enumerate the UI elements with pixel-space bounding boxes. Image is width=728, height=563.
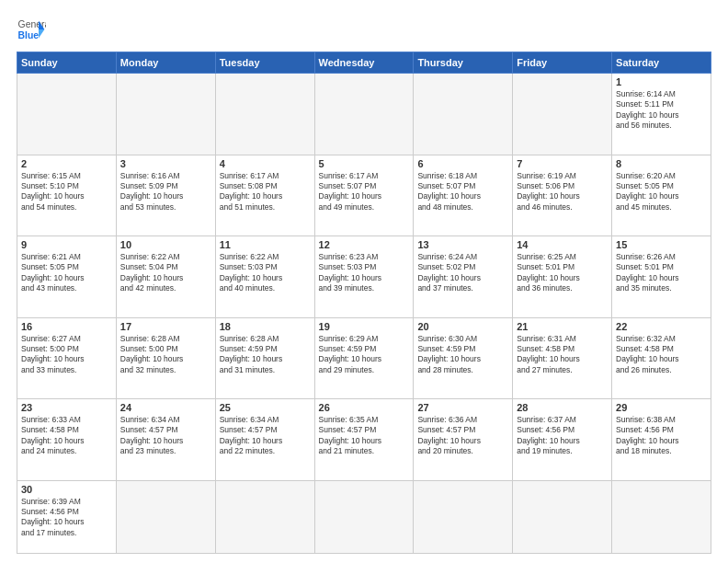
cell-info: Sunrise: 6:22 AM Sunset: 5:04 PM Dayligh… xyxy=(120,252,211,294)
day-number: 16 xyxy=(21,321,112,332)
day-number: 18 xyxy=(220,321,311,332)
cell-info: Sunrise: 6:35 AM Sunset: 4:57 PM Dayligh… xyxy=(319,415,410,457)
day-number: 9 xyxy=(21,239,112,250)
logo: General Blue xyxy=(17,15,46,44)
day-number: 1 xyxy=(616,76,707,87)
cell-info: Sunrise: 6:31 AM Sunset: 4:58 PM Dayligh… xyxy=(517,334,608,376)
day-number: 24 xyxy=(120,402,211,413)
weekday-header-friday: Friday xyxy=(513,52,612,74)
calendar-cell xyxy=(513,480,612,554)
cell-info: Sunrise: 6:38 AM Sunset: 4:56 PM Dayligh… xyxy=(616,415,707,457)
weekday-header-tuesday: Tuesday xyxy=(215,52,314,74)
calendar-cell: 1Sunrise: 6:14 AM Sunset: 5:11 PM Daylig… xyxy=(612,74,711,155)
calendar-cell xyxy=(314,480,414,554)
day-number: 12 xyxy=(319,239,410,250)
day-number: 29 xyxy=(616,402,707,413)
calendar-cell: 26Sunrise: 6:35 AM Sunset: 4:57 PM Dayli… xyxy=(314,399,414,481)
day-number: 22 xyxy=(616,321,707,332)
calendar-cell xyxy=(116,480,215,554)
day-number: 15 xyxy=(616,239,707,250)
day-number: 20 xyxy=(417,321,508,332)
calendar-cell: 8Sunrise: 6:20 AM Sunset: 5:05 PM Daylig… xyxy=(612,155,711,236)
calendar-cell xyxy=(17,74,117,155)
day-number: 23 xyxy=(21,402,112,413)
cell-info: Sunrise: 6:26 AM Sunset: 5:01 PM Dayligh… xyxy=(616,252,707,294)
cell-info: Sunrise: 6:34 AM Sunset: 4:57 PM Dayligh… xyxy=(220,415,311,457)
day-number: 3 xyxy=(120,158,211,169)
calendar-cell: 13Sunrise: 6:24 AM Sunset: 5:02 PM Dayli… xyxy=(414,236,513,318)
day-number: 30 xyxy=(21,484,112,495)
day-number: 14 xyxy=(517,239,608,250)
calendar-cell: 11Sunrise: 6:22 AM Sunset: 5:03 PM Dayli… xyxy=(215,236,314,318)
calendar-row-1: 2Sunrise: 6:15 AM Sunset: 5:10 PM Daylig… xyxy=(17,155,711,236)
cell-info: Sunrise: 6:28 AM Sunset: 4:59 PM Dayligh… xyxy=(220,334,311,376)
calendar-cell: 9Sunrise: 6:21 AM Sunset: 5:05 PM Daylig… xyxy=(17,236,117,318)
day-number: 11 xyxy=(220,239,311,250)
calendar-cell: 4Sunrise: 6:17 AM Sunset: 5:08 PM Daylig… xyxy=(215,155,314,236)
calendar-cell: 18Sunrise: 6:28 AM Sunset: 4:59 PM Dayli… xyxy=(215,317,314,399)
calendar-cell: 5Sunrise: 6:17 AM Sunset: 5:07 PM Daylig… xyxy=(314,155,414,236)
day-number: 21 xyxy=(517,321,608,332)
calendar-cell: 14Sunrise: 6:25 AM Sunset: 5:01 PM Dayli… xyxy=(513,236,612,318)
cell-info: Sunrise: 6:27 AM Sunset: 5:00 PM Dayligh… xyxy=(21,334,112,376)
calendar-cell: 19Sunrise: 6:29 AM Sunset: 4:59 PM Dayli… xyxy=(314,317,414,399)
day-number: 27 xyxy=(417,402,508,413)
weekday-header-wednesday: Wednesday xyxy=(314,52,414,74)
cell-info: Sunrise: 6:25 AM Sunset: 5:01 PM Dayligh… xyxy=(517,252,608,294)
calendar-cell: 2Sunrise: 6:15 AM Sunset: 5:10 PM Daylig… xyxy=(17,155,117,236)
calendar-cell xyxy=(116,74,215,155)
weekday-header-row: SundayMondayTuesdayWednesdayThursdayFrid… xyxy=(17,52,711,74)
calendar-cell: 29Sunrise: 6:38 AM Sunset: 4:56 PM Dayli… xyxy=(612,399,711,481)
calendar-cell: 27Sunrise: 6:36 AM Sunset: 4:57 PM Dayli… xyxy=(414,399,513,481)
cell-info: Sunrise: 6:19 AM Sunset: 5:06 PM Dayligh… xyxy=(517,171,608,213)
calendar-row-0: 1Sunrise: 6:14 AM Sunset: 5:11 PM Daylig… xyxy=(17,74,711,155)
calendar-cell xyxy=(215,480,314,554)
cell-info: Sunrise: 6:23 AM Sunset: 5:03 PM Dayligh… xyxy=(319,252,410,294)
cell-info: Sunrise: 6:18 AM Sunset: 5:07 PM Dayligh… xyxy=(417,171,508,213)
cell-info: Sunrise: 6:14 AM Sunset: 5:11 PM Dayligh… xyxy=(616,89,707,132)
cell-info: Sunrise: 6:30 AM Sunset: 4:59 PM Dayligh… xyxy=(417,334,508,376)
calendar-cell xyxy=(414,480,513,554)
cell-info: Sunrise: 6:17 AM Sunset: 5:08 PM Dayligh… xyxy=(220,171,311,213)
calendar-row-4: 23Sunrise: 6:33 AM Sunset: 4:58 PM Dayli… xyxy=(17,399,711,481)
day-number: 19 xyxy=(319,321,410,332)
cell-info: Sunrise: 6:20 AM Sunset: 5:05 PM Dayligh… xyxy=(616,171,707,213)
calendar-cell xyxy=(414,74,513,155)
weekday-header-monday: Monday xyxy=(116,52,215,74)
cell-info: Sunrise: 6:28 AM Sunset: 5:00 PM Dayligh… xyxy=(120,334,211,376)
calendar-cell: 30Sunrise: 6:39 AM Sunset: 4:56 PM Dayli… xyxy=(17,480,117,554)
cell-info: Sunrise: 6:21 AM Sunset: 5:05 PM Dayligh… xyxy=(21,252,112,294)
day-number: 8 xyxy=(616,158,707,169)
cell-info: Sunrise: 6:33 AM Sunset: 4:58 PM Dayligh… xyxy=(21,415,112,457)
weekday-header-thursday: Thursday xyxy=(414,52,513,74)
day-number: 26 xyxy=(319,402,410,413)
day-number: 5 xyxy=(319,158,410,169)
calendar-row-2: 9Sunrise: 6:21 AM Sunset: 5:05 PM Daylig… xyxy=(17,236,711,318)
day-number: 25 xyxy=(220,402,311,413)
calendar-cell: 25Sunrise: 6:34 AM Sunset: 4:57 PM Dayli… xyxy=(215,399,314,481)
cell-info: Sunrise: 6:32 AM Sunset: 4:58 PM Dayligh… xyxy=(616,334,707,376)
logo-icon: General Blue xyxy=(17,15,46,44)
weekday-header-sunday: Sunday xyxy=(17,52,117,74)
day-number: 28 xyxy=(517,402,608,413)
calendar-cell: 12Sunrise: 6:23 AM Sunset: 5:03 PM Dayli… xyxy=(314,236,414,318)
cell-info: Sunrise: 6:24 AM Sunset: 5:02 PM Dayligh… xyxy=(417,252,508,294)
calendar-cell: 15Sunrise: 6:26 AM Sunset: 5:01 PM Dayli… xyxy=(612,236,711,318)
calendar-cell: 10Sunrise: 6:22 AM Sunset: 5:04 PM Dayli… xyxy=(116,236,215,318)
calendar-cell: 3Sunrise: 6:16 AM Sunset: 5:09 PM Daylig… xyxy=(116,155,215,236)
calendar-cell xyxy=(215,74,314,155)
cell-info: Sunrise: 6:22 AM Sunset: 5:03 PM Dayligh… xyxy=(220,252,311,294)
calendar-cell: 16Sunrise: 6:27 AM Sunset: 5:00 PM Dayli… xyxy=(17,317,117,399)
day-number: 17 xyxy=(120,321,211,332)
cell-info: Sunrise: 6:34 AM Sunset: 4:57 PM Dayligh… xyxy=(120,415,211,457)
calendar-cell xyxy=(612,480,711,554)
cell-info: Sunrise: 6:16 AM Sunset: 5:09 PM Dayligh… xyxy=(120,171,211,213)
day-number: 6 xyxy=(417,158,508,169)
cell-info: Sunrise: 6:29 AM Sunset: 4:59 PM Dayligh… xyxy=(319,334,410,376)
cell-info: Sunrise: 6:36 AM Sunset: 4:57 PM Dayligh… xyxy=(417,415,508,457)
calendar-row-3: 16Sunrise: 6:27 AM Sunset: 5:00 PM Dayli… xyxy=(17,317,711,399)
calendar-cell: 23Sunrise: 6:33 AM Sunset: 4:58 PM Dayli… xyxy=(17,399,117,481)
calendar-cell: 20Sunrise: 6:30 AM Sunset: 4:59 PM Dayli… xyxy=(414,317,513,399)
calendar-cell xyxy=(513,74,612,155)
day-number: 7 xyxy=(517,158,608,169)
